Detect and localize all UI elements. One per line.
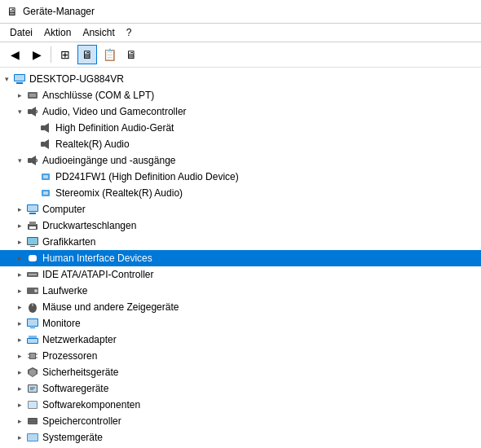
tree-item-pd241fw1[interactable]: PD241FW1 (High Definition Audio Device) — [0, 169, 481, 185]
tree-item-root[interactable]: ▾DESKTOP-UG884VR — [0, 71, 481, 87]
tree-item-label: Monitore — [42, 318, 81, 329]
tree-item-monitore[interactable]: ▸Monitore — [0, 315, 481, 332]
storage-icon — [26, 415, 39, 428]
tree-item-label: Human Interface Devices — [42, 253, 152, 264]
toolbar-btn-back[interactable]: ◀ — [5, 45, 24, 64]
audio-icon — [26, 154, 39, 167]
toolbar-btn-btn4[interactable]: 🖥 — [77, 45, 97, 64]
mouse-icon — [26, 301, 39, 314]
svg-rect-9 — [41, 142, 45, 147]
svg-rect-37 — [30, 327, 35, 328]
expander-icon[interactable]: ▸ — [13, 89, 26, 102]
tree-item-realtek_audio[interactable]: Realtek(R) Audio — [0, 136, 481, 152]
tree-item-label: Prozessoren — [42, 350, 97, 362]
tree-item-anschlusse[interactable]: ▸Anschlüsse (COM & LPT) — [0, 87, 481, 103]
svg-rect-4 — [29, 94, 36, 97]
tree-item-label: Druckwarteschlangen — [42, 220, 136, 231]
tree-item-software[interactable]: ▸Softwaregeräte — [0, 380, 481, 397]
menu-aktion[interactable]: Aktion — [39, 25, 76, 40]
svg-rect-16 — [43, 191, 48, 195]
svg-marker-12 — [32, 156, 36, 165]
tree-item-stereomix[interactable]: Stereomix (Realtek(R) Audio) — [0, 185, 481, 201]
tree-item-druckwarteschlangen[interactable]: ▸Druckwarteschlangen — [0, 217, 481, 234]
svg-rect-7 — [41, 125, 45, 130]
software-icon — [26, 382, 39, 395]
tree-item-label: Audio, Video und Gamecontroller — [42, 106, 187, 117]
tree-item-label: Speichercontroller — [42, 415, 121, 427]
expander-icon[interactable]: ▸ — [13, 415, 26, 428]
tree-item-prozessoren[interactable]: ▸Prozessoren — [0, 348, 481, 364]
expander-icon[interactable]: ▸ — [13, 317, 26, 330]
tree-item-maeuse[interactable]: ▸Mäuse und andere Zeigegeräte — [0, 299, 481, 315]
tree-item-system[interactable]: ▸Systemgeräte — [0, 429, 481, 446]
tree-item-speicher[interactable]: ▸Speichercontroller — [0, 413, 481, 429]
expander-icon[interactable]: ▾ — [13, 105, 26, 118]
svg-rect-27 — [30, 257, 35, 260]
svg-rect-48 — [29, 385, 37, 392]
toolbar-separator — [51, 46, 51, 63]
tree-item-label: Audioeingänge und -ausgänge — [42, 155, 175, 166]
menu-ansicht[interactable]: Ansicht — [77, 25, 119, 40]
tree-item-label: Netzwerkadapter — [42, 334, 117, 345]
expander-icon[interactable]: ▸ — [13, 382, 26, 395]
expander-icon[interactable]: ▾ — [0, 72, 13, 86]
svg-rect-39 — [28, 339, 38, 343]
tree-item-label: Grafikkarten — [42, 236, 95, 248]
svg-marker-8 — [45, 123, 49, 133]
tree-item-audio_video[interactable]: ▾Audio, Video und Gamecontroller — [0, 103, 481, 120]
expander-icon[interactable]: ▸ — [13, 301, 26, 314]
expander-icon[interactable]: ▸ — [13, 235, 26, 248]
toolbar-btn-forward[interactable]: ▶ — [27, 45, 46, 64]
tree-item-sicherheit[interactable]: ▸Sicherheitsgeräte — [0, 364, 481, 380]
expander-icon[interactable]: ▸ — [13, 252, 26, 265]
menu-help[interactable]: ? — [121, 25, 137, 40]
expander-icon[interactable]: ▸ — [13, 219, 26, 232]
tree-item-hd_audio[interactable]: High Definition Audio-Gerät — [0, 120, 481, 136]
audio_device2-icon — [39, 170, 52, 183]
expander-icon[interactable]: ▸ — [13, 366, 26, 379]
expander-icon[interactable]: ▸ — [13, 431, 26, 444]
audio_device-icon — [39, 138, 52, 151]
toolbar-btn-btn3[interactable]: ⊞ — [55, 45, 75, 64]
tree-item-grafikkarten[interactable]: ▸Grafikkarten — [0, 234, 481, 250]
svg-rect-42 — [30, 354, 35, 358]
expander-icon[interactable]: ▸ — [13, 333, 26, 346]
svg-rect-18 — [28, 205, 38, 211]
expander-icon[interactable]: ▸ — [13, 203, 26, 216]
tree-item-audioeingaenge[interactable]: ▾Audioeingänge und -ausgänge — [0, 152, 481, 169]
tree-item-label: Computer — [42, 204, 86, 215]
tree-item-ide[interactable]: ▸IDE ATA/ATAPI-Controller — [0, 266, 481, 283]
expander-icon[interactable]: ▸ — [13, 284, 26, 297]
svg-rect-5 — [28, 109, 32, 114]
svg-point-31 — [34, 289, 38, 292]
expander-icon[interactable]: ▸ — [13, 268, 26, 281]
title-bar-icon: 🖥 — [7, 5, 18, 18]
expander-spacer — [26, 170, 39, 183]
ide-icon — [26, 268, 39, 281]
computer-icon — [13, 72, 26, 86]
expander-icon[interactable]: ▸ — [13, 398, 26, 411]
softwarecomp-icon — [26, 398, 39, 411]
svg-rect-19 — [29, 213, 36, 214]
tree-item-laufwerke[interactable]: ▸Laufwerke — [0, 283, 481, 299]
toolbar-btn-btn5[interactable]: 📋 — [99, 45, 119, 64]
tree-item-label: IDE ATA/ATAPI-Controller — [42, 269, 153, 280]
tree-item-label: Systemgeräte — [42, 432, 103, 443]
tree-item-label: PD241FW1 (High Definition Audio Device) — [55, 171, 239, 182]
tree-item-hid[interactable]: ▸Human Interface Devices — [0, 250, 481, 266]
system-icon — [26, 431, 39, 444]
expander-icon[interactable]: ▾ — [13, 154, 26, 167]
tree-item-softwarekomp[interactable]: ▸Softwarekomponenten — [0, 397, 481, 413]
toolbar-btn-btn6[interactable]: 🖥 — [121, 45, 141, 64]
expander-icon[interactable]: ▸ — [13, 349, 26, 362]
cpu-icon — [26, 349, 39, 362]
svg-rect-36 — [28, 319, 38, 326]
tree-item-netzwerk[interactable]: ▸Netzwerkadapter — [0, 332, 481, 348]
svg-rect-29 — [29, 274, 37, 275]
audio-icon — [26, 105, 39, 118]
menu-datei[interactable]: Datei — [5, 25, 38, 40]
svg-rect-24 — [28, 238, 38, 244]
device-tree[interactable]: ▾DESKTOP-UG884VR▸Anschlüsse (COM & LPT)▾… — [0, 68, 481, 448]
tree-item-label: DESKTOP-UG884VR — [29, 73, 124, 85]
tree-item-computer[interactable]: ▸Computer — [0, 201, 481, 217]
